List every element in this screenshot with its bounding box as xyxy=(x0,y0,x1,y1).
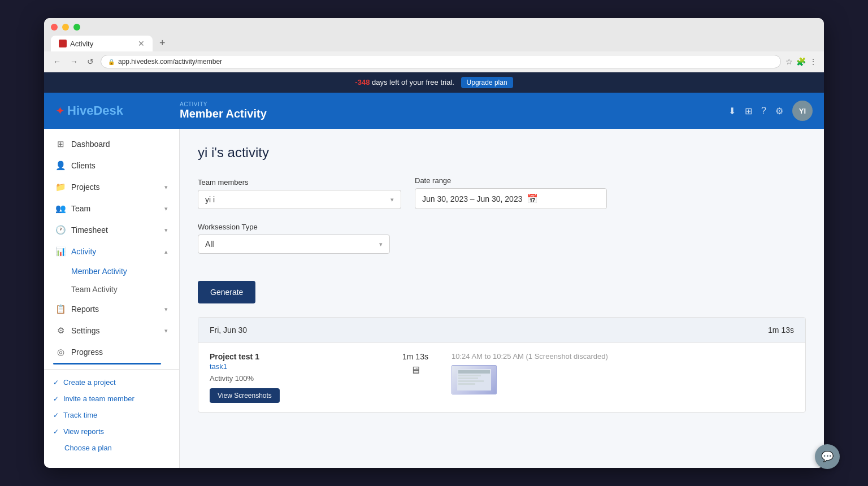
checklist-label-create-project[interactable]: Create a project xyxy=(63,378,116,387)
activity-section: Fri, Jun 30 1m 13s Project test 1 task1 … xyxy=(198,317,806,413)
svg-point-0 xyxy=(60,41,65,46)
sidebar-item-settings[interactable]: ⚙ Settings ▾ xyxy=(44,320,179,341)
page-header-title: Member Activity xyxy=(180,107,728,120)
svg-rect-3 xyxy=(458,375,481,376)
extensions-button[interactable]: 🧩 xyxy=(796,57,806,66)
progress-bar xyxy=(53,363,161,364)
sidebar-item-team[interactable]: 👥 Team ▾ xyxy=(44,198,179,219)
help-icon[interactable]: ? xyxy=(761,106,766,116)
session-time: 10:24 AM to 10:25 AM (1 Screenshot disca… xyxy=(452,352,794,361)
reload-button[interactable]: ↺ xyxy=(85,56,96,67)
traffic-light-yellow[interactable] xyxy=(62,24,69,31)
reports-icon: 📋 xyxy=(55,304,66,314)
worksession-select[interactable]: All ▾ xyxy=(198,235,390,254)
content-area: yi i's activity Team members yi i ▾ Date… xyxy=(180,129,824,468)
sidebar-label-timesheet: Timesheet xyxy=(71,225,108,235)
checklist-create-project[interactable]: ✓ Create a project xyxy=(44,374,179,390)
settings-sidebar-icon: ⚙ xyxy=(55,326,66,336)
date-range-label: Date range xyxy=(415,176,607,185)
settings-chevron: ▾ xyxy=(164,327,168,335)
sidebar-label-settings: Settings xyxy=(71,326,100,335)
activity-date-header: Fri, Jun 30 1m 13s xyxy=(198,318,805,342)
worksession-chevron: ▾ xyxy=(379,241,383,248)
sidebar-sub-member-activity[interactable]: Member Activity xyxy=(44,262,179,280)
team-members-chevron: ▾ xyxy=(390,196,394,203)
new-tab-button[interactable]: + xyxy=(155,35,170,51)
sidebar-item-projects[interactable]: 📁 Projects ▾ xyxy=(44,176,179,198)
project-name: Project test 1 xyxy=(210,352,379,361)
entry-session: 10:24 AM to 10:25 AM (1 Screenshot disca… xyxy=(452,352,794,394)
screenshot-thumbnail[interactable] xyxy=(452,365,497,394)
team-members-value: yi i xyxy=(205,195,215,204)
dashboard-icon: ⊞ xyxy=(55,139,66,149)
settings-icon[interactable]: ⚙ xyxy=(775,106,783,116)
checklist-invite-team[interactable]: ✓ Invite a team member xyxy=(44,390,179,407)
traffic-light-red[interactable] xyxy=(51,24,58,31)
filters-row: Team members yi i ▾ Date range Jun 30, 2… xyxy=(198,176,806,254)
entry-stats: 1m 13s 🖥 xyxy=(393,352,438,376)
date-range-select[interactable]: Jun 30, 2023 – Jun 30, 2023 📅 xyxy=(415,188,607,209)
header-title-area: ACTIVITY Member Activity xyxy=(168,101,728,120)
breadcrumb: ACTIVITY xyxy=(180,101,728,107)
check-icon-reports: ✓ xyxy=(53,428,59,436)
forward-button[interactable]: → xyxy=(68,56,80,67)
grid-icon[interactable]: ⊞ xyxy=(745,106,752,116)
lock-icon: 🔒 xyxy=(108,59,115,65)
sidebar-item-reports[interactable]: 📋 Reports ▾ xyxy=(44,298,179,320)
svg-rect-6 xyxy=(458,383,475,385)
download-icon[interactable]: ⬇ xyxy=(728,106,736,116)
sidebar-item-timesheet[interactable]: 🕐 Timesheet ▾ xyxy=(44,219,179,241)
trial-days: -348 xyxy=(355,78,370,86)
monitor-icon: 🖥 xyxy=(410,364,420,376)
calendar-icon: 📅 xyxy=(527,193,538,204)
back-button[interactable]: ← xyxy=(51,56,63,67)
date-range-value: Jun 30, 2023 – Jun 30, 2023 xyxy=(422,194,522,203)
clients-icon: 👤 xyxy=(55,160,66,171)
activity-entry-info: Project test 1 task1 Activity 100% View … xyxy=(210,352,379,403)
generate-button[interactable]: Generate xyxy=(198,281,255,303)
address-bar-row: ← → ↺ 🔒 app.hivedesk.com/activity/member… xyxy=(44,51,824,72)
reports-chevron: ▾ xyxy=(164,306,168,313)
checklist-choose-plan[interactable]: Choose a plan xyxy=(44,440,179,456)
sidebar-sub-team-activity[interactable]: Team Activity xyxy=(44,280,179,298)
sidebar-item-activity[interactable]: 📊 Activity ▴ xyxy=(44,241,179,262)
sidebar-item-progress[interactable]: ◎ Progress xyxy=(44,341,179,363)
url-text: app.hivedesk.com/activity/member xyxy=(118,58,774,66)
menu-button[interactable]: ⋮ xyxy=(809,57,817,66)
address-bar[interactable]: 🔒 app.hivedesk.com/activity/member xyxy=(101,55,781,68)
check-icon-invite: ✓ xyxy=(53,395,59,403)
team-members-select[interactable]: yi i ▾ xyxy=(198,190,401,209)
timesheet-chevron: ▾ xyxy=(164,227,168,234)
sidebar-label-clients: Clients xyxy=(71,161,96,170)
logo-icon: ✦ xyxy=(55,104,65,118)
sidebar-item-clients[interactable]: 👤 Clients xyxy=(44,155,179,176)
projects-icon: 📁 xyxy=(55,182,66,192)
checklist-label-track-time[interactable]: Track time xyxy=(63,411,97,419)
sidebar-label-team-activity: Team Activity xyxy=(71,285,118,294)
trial-suffix: days left of your free trial. xyxy=(372,78,454,86)
worksession-label: Worksession Type xyxy=(198,223,390,231)
browser-tab[interactable]: Activity ✕ xyxy=(51,36,153,51)
svg-rect-4 xyxy=(458,377,478,379)
bookmark-button[interactable]: ☆ xyxy=(785,57,793,66)
task-name: task1 xyxy=(210,362,379,371)
avatar-button[interactable]: YI xyxy=(792,101,813,121)
activity-icon: 📊 xyxy=(55,246,66,257)
chat-bubble-button[interactable]: 💬 xyxy=(815,444,840,469)
timesheet-icon: 🕐 xyxy=(55,225,66,235)
checklist-label-choose-plan[interactable]: Choose a plan xyxy=(64,444,112,452)
view-screenshots-button[interactable]: View Screenshots xyxy=(210,388,280,403)
tab-close-button[interactable]: ✕ xyxy=(138,39,145,48)
checklist-view-reports[interactable]: ✓ View reports xyxy=(44,423,179,440)
upgrade-plan-button[interactable]: Upgrade plan xyxy=(461,77,513,88)
activity-chevron: ▴ xyxy=(164,248,168,255)
checklist-label-invite-team[interactable]: Invite a team member xyxy=(63,394,134,403)
date-range-filter: Date range Jun 30, 2023 – Jun 30, 2023 📅 xyxy=(415,176,607,209)
checklist-track-time[interactable]: ✓ Track time xyxy=(44,407,179,423)
sidebar-divider xyxy=(44,369,179,370)
traffic-light-green[interactable] xyxy=(73,24,80,31)
sidebar-item-dashboard[interactable]: ⊞ Dashboard xyxy=(44,133,179,155)
sidebar-label-reports: Reports xyxy=(71,305,99,314)
checklist-label-view-reports[interactable]: View reports xyxy=(63,427,104,436)
page-title: yi i's activity xyxy=(198,145,806,160)
